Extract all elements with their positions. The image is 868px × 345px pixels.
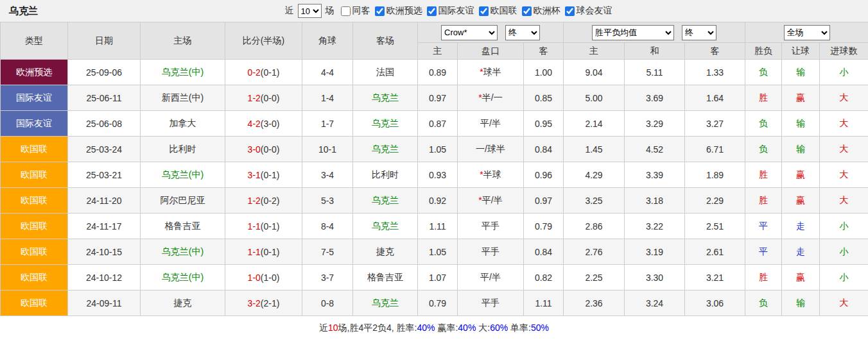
- away-cell: 法国: [353, 60, 418, 85]
- asia-away-odds: 0.82: [524, 265, 564, 290]
- handicap-cell: 平/半: [458, 111, 524, 137]
- col-header-score: 比分(半场): [225, 22, 302, 60]
- handicap-text: 半球: [483, 169, 501, 180]
- away-team: 法国: [376, 67, 394, 77]
- away-cell: 乌克兰: [353, 111, 418, 137]
- europe-odds-select[interactable]: 胜平负均值: [592, 25, 674, 40]
- goals-cell: 大: [820, 162, 868, 188]
- win-odds: 2.86: [564, 214, 625, 239]
- filter-checkbox-6[interactable]: 球会友谊: [565, 5, 612, 17]
- checkbox-input[interactable]: [565, 6, 575, 16]
- goals-cell: 小: [820, 60, 868, 85]
- asia-home-odds: 0.93: [418, 162, 458, 188]
- europe-odds-header-cell: 胜平负均值 终: [564, 22, 745, 43]
- away-team: 格鲁吉亚: [367, 272, 403, 282]
- filter-checkbox-3[interactable]: 国际友谊: [427, 5, 474, 17]
- handicap-result-cell: 输: [782, 111, 820, 137]
- corner-cell: 3-7: [302, 265, 353, 290]
- draw-odds: 3.18: [625, 188, 685, 214]
- score-main: 3-2: [248, 298, 261, 308]
- filter-checkbox-5[interactable]: 欧洲杯: [522, 5, 560, 17]
- filter-bar: 近 10 场 同客欧洲预选国际友谊欧国联欧洲杯球会友谊: [285, 4, 612, 18]
- footer-segment: 60%: [490, 323, 508, 333]
- col-header-away: 客场: [353, 22, 418, 60]
- asia-odds-state-select[interactable]: 终: [505, 25, 540, 40]
- asia-away-odds: 1.00: [524, 60, 564, 85]
- corner-cell: 4-4: [302, 60, 353, 85]
- asia-home-odds: 0.92: [418, 188, 458, 214]
- home-cell: 乌克兰(中): [141, 60, 225, 85]
- footer-segment: 赢率:: [435, 323, 458, 333]
- win-odds: 9.04: [564, 60, 625, 85]
- type-cell: 欧国联: [1, 162, 68, 188]
- filter-checkbox-4[interactable]: 欧国联: [479, 5, 517, 17]
- filter-checkbox-1[interactable]: 同客: [341, 5, 370, 17]
- footer-segment: 50%: [531, 323, 549, 333]
- table-row: 国际友谊 25-06-11 新西兰(中) 1-2(0-0) 1-4 乌克兰 0.…: [1, 85, 868, 111]
- score-cell: 1-1(0-1): [225, 239, 302, 265]
- europe-odds-state-select[interactable]: 终: [682, 25, 716, 40]
- corner-cell: 5-3: [302, 188, 353, 214]
- result-scope-header-cell: 全场: [745, 22, 868, 43]
- score-main: 3-1: [248, 170, 261, 180]
- result-cell: 负: [745, 60, 782, 85]
- score-main: 1-0: [248, 273, 261, 283]
- handicap-result-cell: 输: [782, 137, 820, 162]
- goals-cell: 小: [820, 239, 868, 265]
- win-odds: 3.25: [564, 188, 625, 214]
- scope-select[interactable]: 全场: [784, 25, 830, 40]
- checkbox-input[interactable]: [522, 6, 532, 16]
- table-row: 欧国联 24-11-20 阿尔巴尼亚 1-2(0-2) 5-3 乌克兰 0.92…: [1, 188, 868, 214]
- result-cell: 胜: [745, 265, 782, 290]
- filter-checkbox-2[interactable]: 欧洲预选: [375, 5, 422, 17]
- score-half: (0-1): [261, 170, 280, 180]
- away-team: 乌克兰: [372, 195, 399, 205]
- result-cell: 胜: [745, 162, 782, 188]
- away-cell: 乌克兰: [353, 290, 418, 316]
- table-row: 欧国联 25-03-24 比利时 3-0(0-0) 10-1 乌克兰 1.05 …: [1, 137, 868, 162]
- col-header-corner: 角球: [302, 22, 353, 60]
- footer-segment: 40%: [458, 323, 476, 333]
- score-cell: 1-2(0-2): [225, 188, 302, 214]
- asia-odds-header-cell: Crow* 终: [418, 22, 564, 43]
- handicap-cell: 平手: [458, 239, 524, 265]
- type-cell: 欧国联: [1, 290, 68, 316]
- handicap-cell: *半球: [458, 162, 524, 188]
- score-cell: 4-2(3-0): [225, 111, 302, 137]
- table-row: 欧洲预选 25-09-06 乌克兰(中) 0-2(0-1) 4-4 法国 0.8…: [1, 60, 868, 85]
- date-cell: 24-09-11: [68, 290, 141, 316]
- home-cell: 阿尔巴尼亚: [141, 188, 225, 214]
- home-team: 乌克兰(中): [162, 272, 204, 282]
- draw-odds: 3.30: [625, 265, 685, 290]
- date-cell: 25-03-24: [68, 137, 141, 162]
- checkbox-input[interactable]: [479, 6, 489, 16]
- corner-cell: 3-4: [302, 162, 353, 188]
- draw-odds: 3.22: [625, 214, 685, 239]
- score-main: 1-2: [248, 196, 261, 206]
- goals-cell: 大: [820, 188, 868, 214]
- lose-odds: 1.64: [685, 85, 745, 111]
- score-half: (0-1): [261, 221, 280, 231]
- result-cell: 负: [745, 111, 782, 137]
- bookmaker-select[interactable]: Crow*: [441, 25, 498, 40]
- subcol-win: 主: [564, 43, 625, 60]
- checkbox-input[interactable]: [341, 6, 351, 16]
- checkbox-input[interactable]: [427, 6, 437, 16]
- checkbox-input[interactable]: [375, 6, 385, 16]
- home-team: 乌克兰(中): [162, 246, 204, 257]
- win-odds: 5.00: [564, 85, 625, 111]
- type-cell: 欧国联: [1, 137, 68, 162]
- asia-away-odds: 0.84: [524, 239, 564, 265]
- asia-away-odds: 0.79: [524, 214, 564, 239]
- home-team: 格鲁吉亚: [165, 221, 201, 231]
- home-cell: 乌克兰(中): [141, 239, 225, 265]
- goals-cell: 大: [820, 137, 868, 162]
- score-half: (1-0): [261, 273, 280, 283]
- win-odds: 1.45: [564, 137, 625, 162]
- match-count-select[interactable]: 10: [298, 4, 322, 18]
- checkbox-label: 欧国联: [490, 5, 517, 17]
- handicap-text: 平/半: [480, 272, 501, 282]
- home-team: 乌克兰(中): [162, 169, 204, 180]
- match-history-table: 类型 日期 主场 比分(半场) 角球 客场 Crow* 终 胜平负均值 终: [0, 22, 868, 316]
- goals-cell: 小: [820, 214, 868, 239]
